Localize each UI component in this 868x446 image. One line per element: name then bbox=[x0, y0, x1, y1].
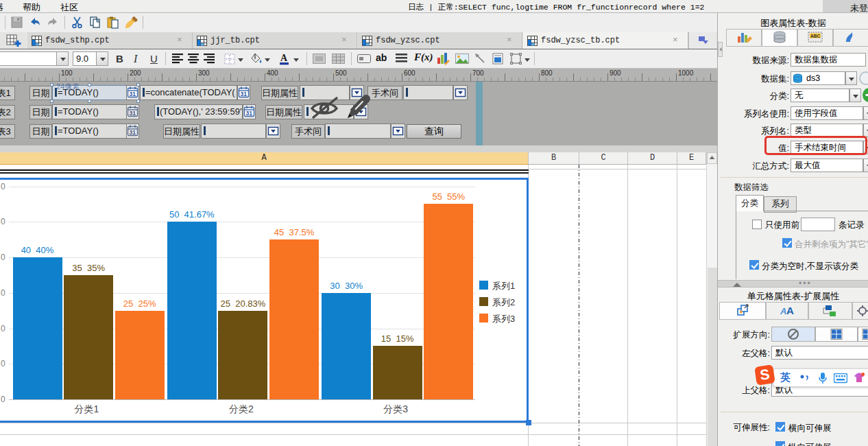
font-size-dropdown-button[interactable] bbox=[96, 51, 108, 66]
save-icon[interactable] bbox=[11, 16, 23, 28]
align-center-icon[interactable] bbox=[188, 54, 200, 65]
calendar-button[interactable]: 31 bbox=[237, 85, 250, 100]
category-dropdown-button[interactable] bbox=[849, 89, 861, 102]
bold-button[interactable]: B bbox=[116, 53, 123, 64]
ime-keyboard-icon[interactable] bbox=[834, 373, 847, 384]
formula-editor[interactable]: =TODAY() bbox=[52, 104, 127, 119]
column-header-d[interactable]: D bbox=[628, 152, 677, 165]
chart-cell[interactable]: 000000040 40%35 35%25 25%分类150 41.67%25 … bbox=[0, 178, 529, 423]
split-cells-icon[interactable] bbox=[332, 54, 343, 65]
selection-handle[interactable] bbox=[50, 83, 53, 86]
tab-close-icon[interactable]: × bbox=[177, 36, 185, 44]
formula-editor[interactable]: =TODAY() bbox=[52, 124, 127, 139]
fill-color-icon[interactable] bbox=[250, 53, 262, 64]
tab-other-attr[interactable] bbox=[852, 302, 868, 320]
summary-method-dropdown-button[interactable] bbox=[863, 159, 868, 172]
format-painter-icon[interactable] bbox=[125, 16, 136, 28]
tab-list-button[interactable] bbox=[688, 32, 716, 49]
expand-vertical-option[interactable] bbox=[815, 327, 858, 342]
column-header-c[interactable]: C bbox=[579, 152, 628, 165]
rich-text-icon[interactable] bbox=[396, 54, 407, 65]
selection-handle[interactable] bbox=[88, 83, 91, 86]
ab-text-icon[interactable]: ab bbox=[376, 52, 387, 63]
tab-jjr-tb[interactable]: jjr_tb.cpt × bbox=[193, 32, 357, 49]
series-name-dropdown-button[interactable] bbox=[863, 124, 868, 137]
font-color-icon[interactable]: A bbox=[278, 52, 290, 64]
border-icon[interactable] bbox=[224, 54, 236, 65]
expand-horizontal-option[interactable] bbox=[858, 327, 868, 342]
tab-cell-relation[interactable] bbox=[808, 302, 852, 320]
calendar-button[interactable]: 31 bbox=[126, 104, 139, 119]
undo-icon[interactable] bbox=[29, 16, 40, 28]
selection-handle[interactable] bbox=[136, 83, 140, 86]
tab-chart-type[interactable] bbox=[726, 29, 762, 47]
combo-dropdown-button[interactable] bbox=[453, 85, 468, 100]
summary-method-combo[interactable]: 最大值 bbox=[791, 159, 863, 172]
report-row-button-2[interactable]: 报表2 bbox=[0, 105, 15, 119]
tab-chart-style[interactable]: ABC bbox=[797, 29, 833, 47]
tab-expand-attr[interactable] bbox=[719, 302, 766, 320]
login-area[interactable]: 未登录 bbox=[823, 0, 868, 12]
sub-report-icon[interactable] bbox=[492, 53, 504, 64]
horizontal-expand-checkbox[interactable] bbox=[775, 422, 785, 432]
panel-splitter[interactable]: ••• bbox=[718, 280, 868, 287]
merge-cells-icon[interactable] bbox=[313, 54, 324, 65]
selection-handle[interactable] bbox=[50, 99, 53, 103]
attr-input[interactable] bbox=[201, 124, 266, 139]
formula-editor[interactable]: =concatenate(TODAY( bbox=[140, 85, 237, 100]
use-first-count-input[interactable] bbox=[801, 218, 835, 231]
formula-icon[interactable]: F(x) bbox=[414, 51, 433, 63]
insert-image-icon[interactable] bbox=[455, 54, 467, 65]
tab-fsdw-yzsc[interactable]: fsdw_yzsc.cpt × bbox=[358, 32, 522, 49]
text-widget-icon[interactable] bbox=[357, 54, 369, 66]
collapse-up-icon[interactable] bbox=[730, 281, 744, 287]
cell-selection-handle[interactable] bbox=[526, 420, 531, 425]
combo-dropdown-button[interactable] bbox=[391, 124, 405, 139]
expand-none-option[interactable] bbox=[771, 327, 815, 342]
add-category-icon[interactable] bbox=[863, 88, 868, 102]
copy-icon[interactable] bbox=[89, 16, 101, 28]
paste-icon[interactable] bbox=[107, 16, 119, 28]
column-header-e[interactable]: E bbox=[677, 152, 706, 165]
font-family-dropdown-button[interactable] bbox=[56, 51, 69, 66]
tab-close-icon[interactable]: × bbox=[507, 36, 515, 44]
tab-fsdw-sthp[interactable]: fsdw_sthp.cpt × bbox=[27, 32, 193, 49]
align-left-icon[interactable] bbox=[172, 54, 184, 65]
dataset-preview-icon[interactable] bbox=[859, 71, 868, 85]
tab-chart-data[interactable] bbox=[762, 29, 797, 47]
report-row-button-1[interactable]: 报表1 bbox=[0, 86, 15, 100]
new-report-button[interactable] bbox=[5, 34, 25, 48]
formula-editor[interactable]: (TODAY(),' 23:59:59') bbox=[154, 104, 243, 119]
query-button[interactable]: 查询 bbox=[407, 124, 461, 139]
filter-tab-category[interactable]: 分类 bbox=[736, 195, 764, 211]
calendar-button[interactable]: 31 bbox=[243, 104, 256, 119]
italic-button[interactable]: I bbox=[134, 53, 137, 65]
category-combo[interactable]: 无 bbox=[791, 89, 849, 102]
menu-item-partial[interactable]: 器 bbox=[0, 1, 3, 14]
series-name-combo[interactable]: 类型 bbox=[791, 124, 863, 137]
border-dropdown-icon[interactable] bbox=[238, 58, 243, 62]
tab-fsdw-yzsc-tb[interactable]: fsdw_yzsc_tb.cpt × bbox=[523, 32, 688, 49]
empty-category-checkbox[interactable] bbox=[749, 260, 759, 270]
font-family-input[interactable] bbox=[0, 51, 57, 66]
ime-skin-icon[interactable] bbox=[853, 372, 865, 384]
tab-font-attr[interactable]: AA bbox=[766, 302, 808, 320]
menu-item-help[interactable]: 帮助 bbox=[23, 1, 40, 14]
align-right-icon[interactable] bbox=[204, 54, 215, 65]
insert-line-icon[interactable] bbox=[474, 53, 486, 64]
report-row-button-3[interactable]: 报表3 bbox=[0, 124, 15, 139]
selection-handle[interactable] bbox=[136, 99, 140, 103]
pane-divider-strip[interactable] bbox=[476, 82, 483, 145]
tab-chart-special[interactable] bbox=[833, 29, 868, 47]
insert-chart-icon[interactable] bbox=[437, 52, 448, 64]
tab-close-icon[interactable]: × bbox=[673, 36, 681, 44]
ime-toolbar[interactable]: 英 bbox=[773, 368, 868, 387]
menu-item-community[interactable]: 社区 bbox=[60, 1, 78, 14]
frame-icon[interactable] bbox=[510, 53, 522, 64]
scrollbar-thumb[interactable] bbox=[708, 268, 717, 446]
vertical-scrollbar[interactable] bbox=[706, 152, 717, 446]
series-name-use-dropdown-button[interactable] bbox=[863, 106, 868, 120]
scroll-up-button[interactable] bbox=[707, 152, 717, 164]
tab-close-icon[interactable]: × bbox=[341, 36, 350, 44]
font-color-dropdown-icon[interactable] bbox=[293, 58, 299, 62]
